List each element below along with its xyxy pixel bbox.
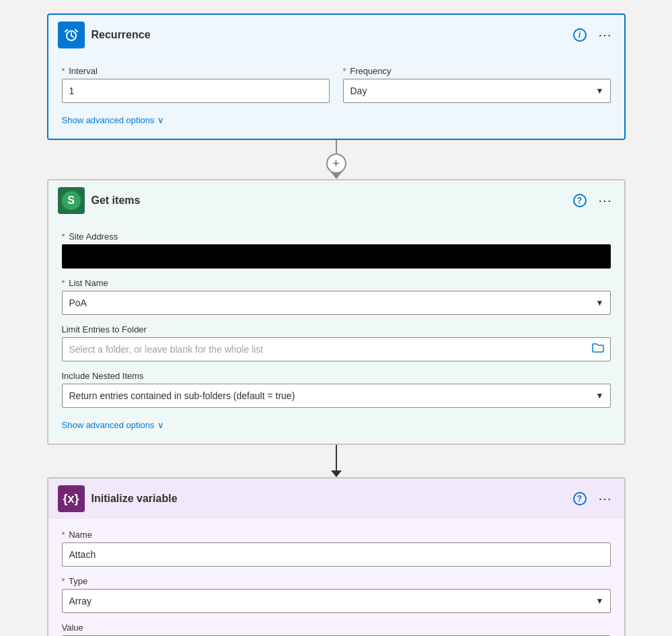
site-address-row: * Site Address (62, 232, 611, 269)
frequency-select[interactable]: Day Minute Hour Week Month (343, 79, 611, 103)
clock-icon (63, 27, 79, 43)
nested-items-select-wrap: Return entries contained in sub-folders … (62, 384, 611, 408)
var-value-label-text: Value (62, 623, 83, 633)
limit-folder-label-text: Limit Entries to Folder (62, 324, 147, 334)
sharepoint-s-icon: S (62, 191, 81, 210)
chevron-down-icon: ∨ (157, 115, 164, 125)
list-name-group: * List Name PoA ▼ (62, 278, 611, 315)
init-var-actions: ? ⋯ (570, 489, 615, 508)
recurrence-info-button[interactable]: i (570, 26, 589, 44)
limit-folder-input[interactable] (62, 337, 611, 361)
var-value-group: Value (62, 623, 611, 636)
get-items-title: Get items (91, 195, 564, 207)
limit-folder-row: Limit Entries to Folder (62, 324, 611, 361)
interval-input[interactable] (62, 79, 330, 103)
var-name-label-text: Name (69, 530, 92, 540)
site-address-label-text: Site Address (69, 232, 118, 242)
get-items-help-button[interactable]: ? (570, 191, 589, 210)
var-name-row: * Name (62, 530, 611, 567)
var-name-input[interactable] (62, 542, 611, 567)
get-items-actions: ? ⋯ (570, 191, 615, 210)
nested-items-row: Include Nested Items Return entries cont… (62, 371, 611, 408)
info-circle-icon: i (573, 28, 587, 42)
recurrence-fields-row: * Interval * Frequency Day Minute Ho (62, 66, 611, 103)
limit-folder-input-wrap (62, 337, 611, 361)
var-type-select-wrap: Array Boolean Float Integer Object Strin… (62, 589, 611, 613)
get-items-header: S Get items ? ⋯ (48, 180, 624, 221)
frequency-label-text: Frequency (350, 66, 391, 76)
nested-items-label: Include Nested Items (62, 371, 611, 381)
get-items-show-advanced-button[interactable]: Show advanced options ∨ (62, 417, 164, 433)
site-address-label: * Site Address (62, 232, 611, 242)
init-var-icon: {x} (58, 485, 85, 512)
help-circle-icon-2: ? (573, 492, 587, 505)
var-type-row: * Type Array Boolean Float Integer Objec… (62, 576, 611, 613)
frequency-select-wrap: Day Minute Hour Week Month ▼ (343, 79, 611, 103)
var-type-group: * Type Array Boolean Float Integer Objec… (62, 576, 611, 613)
connector-line-top (336, 140, 337, 153)
list-name-select[interactable]: PoA (62, 291, 611, 315)
plus-icon: + (332, 157, 340, 171)
connector-1: + (326, 140, 346, 179)
init-var-more-button[interactable]: ⋯ (596, 489, 615, 508)
get-items-card: S Get items ? ⋯ * Site Address (47, 179, 626, 445)
recurrence-show-advanced-label: Show advanced options (62, 115, 155, 125)
ellipsis-icon: ⋯ (598, 192, 612, 209)
var-type-label-text: Type (69, 576, 87, 586)
help-circle-icon: ? (573, 194, 587, 207)
frequency-label: * Frequency (343, 66, 611, 76)
init-var-title: Initialize variable (91, 493, 564, 505)
var-name-label: * Name (62, 530, 611, 540)
init-var-help-button[interactable]: ? (570, 489, 589, 508)
get-items-more-button[interactable]: ⋯ (596, 191, 615, 210)
nested-items-group: Include Nested Items Return entries cont… (62, 371, 611, 408)
init-var-header: {x} Initialize variable ? ⋯ (48, 479, 624, 519)
site-required-star: * (62, 232, 65, 242)
chevron-down-icon-2: ∨ (157, 420, 164, 430)
type-required-star: * (62, 576, 65, 586)
limit-folder-label: Limit Entries to Folder (62, 324, 611, 334)
var-value-row: Value (62, 623, 611, 636)
add-step-button[interactable]: + (326, 153, 346, 174)
site-address-input-wrap (62, 244, 611, 269)
interval-required-star: * (62, 66, 65, 76)
get-items-show-advanced-label: Show advanced options (62, 420, 155, 430)
list-name-label-text: List Name (69, 278, 108, 288)
nested-items-select[interactable]: Return entries contained in sub-folders … (62, 384, 611, 408)
connector-line-2 (336, 445, 337, 472)
get-items-body: * Site Address * List Name (48, 221, 624, 444)
connector-2 (331, 445, 342, 477)
ellipsis-icon: ⋯ (598, 27, 612, 43)
frequency-group: * Frequency Day Minute Hour Week Month ▼ (343, 66, 611, 103)
recurrence-body: * Interval * Frequency Day Minute Ho (48, 55, 624, 139)
recurrence-more-button[interactable]: ⋯ (596, 26, 615, 44)
list-name-select-wrap: PoA ▼ (62, 291, 611, 315)
connector-arrow-1 (331, 172, 342, 179)
var-type-select[interactable]: Array Boolean Float Integer Object Strin… (62, 589, 611, 613)
interval-label: * Interval (62, 66, 330, 76)
interval-group: * Interval (62, 66, 330, 103)
recurrence-show-advanced-button[interactable]: Show advanced options ∨ (62, 112, 164, 128)
list-required-star: * (62, 278, 65, 288)
list-name-label: * List Name (62, 278, 611, 288)
connector-arrow-2 (331, 470, 342, 477)
site-address-group: * Site Address (62, 232, 611, 269)
var-type-label: * Type (62, 576, 611, 586)
nested-items-label-text: Include Nested Items (62, 371, 144, 381)
recurrence-title: Recurrence (91, 29, 564, 41)
var-name-group: * Name (62, 530, 611, 567)
recurrence-icon (58, 22, 85, 48)
recurrence-card: Recurrence i ⋯ * Interval (47, 13, 626, 140)
limit-folder-group: Limit Entries to Folder (62, 324, 611, 361)
recurrence-actions: i ⋯ (570, 26, 615, 44)
var-value-label: Value (62, 623, 611, 633)
frequency-required-star: * (343, 66, 346, 76)
sharepoint-icon: S (58, 187, 85, 214)
recurrence-header: Recurrence i ⋯ (48, 15, 624, 55)
curly-braces-icon: {x} (63, 492, 79, 506)
list-name-row: * List Name PoA ▼ (62, 278, 611, 315)
name-required-star: * (62, 530, 65, 540)
init-var-card: {x} Initialize variable ? ⋯ * Name (47, 477, 626, 636)
interval-label-text: Interval (69, 66, 98, 76)
site-address-blackout (62, 244, 611, 269)
